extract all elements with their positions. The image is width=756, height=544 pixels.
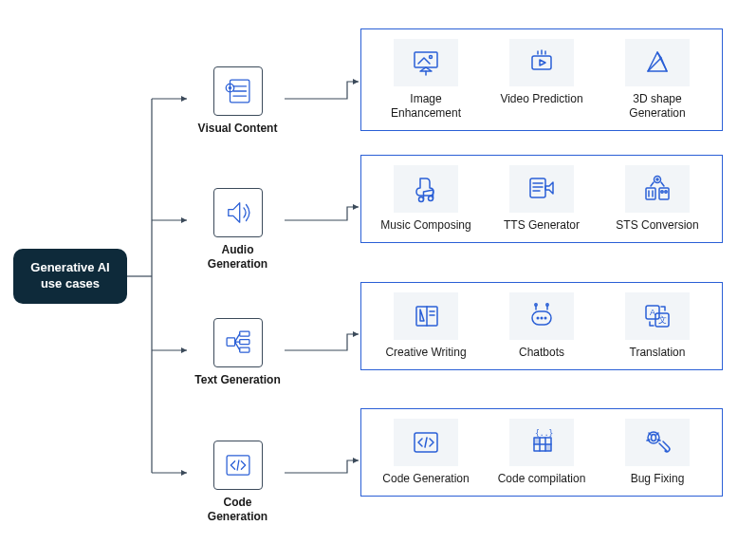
root-title: Generative AI use cases [23,260,118,292]
chatbot-icon [509,292,574,340]
usecase-label: Translation [630,346,686,360]
usecase-label: 3D shape Generation [610,92,705,121]
svg-text:A: A [650,308,655,317]
usecase-chatbots: Chatbots [494,292,589,360]
svg-point-48 [541,317,544,320]
svg-point-40 [661,191,663,193]
svg-point-35 [656,178,658,180]
root-node: Generative AI use cases [13,249,127,304]
category-label: Audio Generation [193,243,283,272]
usecase-creative-writing: Creative Writing [378,292,473,360]
code-icon [213,441,263,490]
usecase-label: STS Conversion [616,218,698,233]
svg-marker-3 [181,470,187,476]
category-label: Visual Content [193,122,283,136]
usecase-label: Bug Fixing [631,472,685,486]
svg-rect-66 [545,444,551,451]
usecase-video-prediction: Video Prediction [494,39,589,106]
usecase-image-enhancement: Image Enhancement [378,39,473,121]
usecase-label: Creative Writing [385,346,466,360]
svg-marker-6 [353,331,359,337]
usecase-music-composing: Music Composing [378,165,473,233]
svg-rect-23 [532,56,551,69]
svg-point-47 [537,317,540,320]
svg-rect-17 [239,347,249,352]
svg-marker-5 [353,204,359,210]
usecase-sts: STS Conversion [610,165,705,233]
svg-point-41 [665,191,667,193]
svg-line-71 [647,440,650,441]
svg-point-53 [546,304,548,306]
svg-line-72 [657,440,660,441]
svg-point-49 [544,317,547,320]
visual-content-icon [213,66,263,116]
svg-marker-4 [353,79,359,84]
svg-point-68 [652,435,656,441]
usecase-label: Image Enhancement [378,92,473,121]
usecase-group-audio: Music Composing TTS Generator [360,155,723,243]
svg-point-13 [228,86,230,89]
category-audio: Audio Generation [193,188,283,272]
usecase-code-generation: Code Generation [378,419,473,486]
svg-rect-65 [534,438,540,444]
bug-icon [625,419,690,466]
compile-icon: {..} [509,419,574,466]
usecase-group-text: Creative Writing Chatbots A 文 [360,282,723,370]
image-enhance-icon [394,39,458,86]
svg-rect-16 [239,340,249,345]
sts-icon [625,165,690,213]
svg-marker-1 [181,217,187,223]
category-visual-content: Visual Content [193,66,283,136]
tts-icon [509,165,574,213]
usecase-3d-shape: 3D shape Generation [610,39,705,121]
text-icon [213,318,263,367]
usecase-label: Chatbots [519,346,564,360]
usecase-label: Code Generation [382,472,469,486]
usecase-group-visual: Image Enhancement Video Prediction 3D sh… [360,28,723,131]
category-label: Code Generation [193,496,283,524]
usecase-label: Video Prediction [500,92,582,106]
svg-marker-7 [353,458,359,463]
usecase-translation: A 文 Translation [610,292,705,360]
svg-rect-14 [227,338,235,347]
svg-marker-0 [181,96,187,102]
audio-icon [213,188,263,237]
svg-line-19 [237,460,239,470]
usecase-bug-fixing: Bug Fixing [610,419,705,486]
usecase-code-compilation: {..} Code compilation [494,419,589,486]
category-label: Text Generation [193,373,283,387]
translation-icon: A 文 [625,292,690,340]
svg-rect-37 [659,188,669,199]
writing-icon [394,292,458,340]
svg-point-34 [655,177,661,183]
category-text: Text Generation [193,318,283,387]
usecase-tts: TTS Generator [494,165,589,233]
svg-point-21 [430,56,433,59]
3d-shape-icon [625,39,690,86]
svg-marker-2 [181,347,187,353]
svg-line-27 [648,58,661,71]
category-code: Code Generation [193,441,283,524]
svg-line-59 [425,438,427,447]
usecase-group-code: Code Generation {..} Code compilation [360,408,723,497]
svg-rect-30 [530,178,545,197]
usecase-label: Code compilation [498,472,586,486]
code-gen-icon [394,419,458,466]
svg-rect-15 [239,331,249,336]
usecase-label: Music Composing [380,218,470,233]
music-icon [394,165,458,213]
svg-text:文: 文 [658,315,667,325]
svg-rect-36 [646,188,655,199]
svg-point-52 [535,304,537,306]
usecase-label: TTS Generator [504,218,580,233]
video-icon [509,39,574,86]
svg-text:{..}: {..} [535,429,553,438]
